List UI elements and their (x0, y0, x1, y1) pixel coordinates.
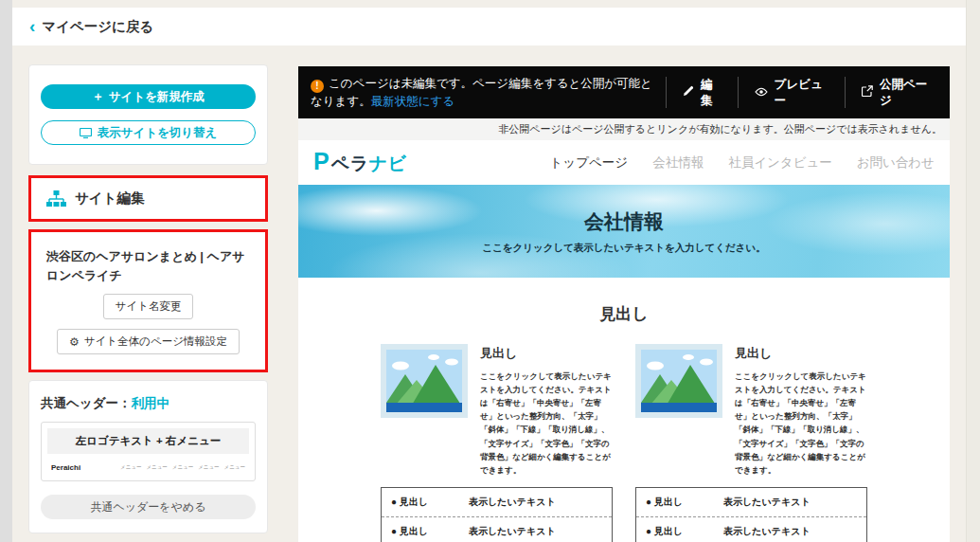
rename-site-button[interactable]: サイト名変更 (103, 294, 194, 319)
header-preview-logo: Peraichi (51, 463, 80, 472)
row-text: 表示したいテキスト (469, 496, 602, 509)
site-edit-highlight-box: サイト編集 (28, 175, 268, 222)
unedited-notice-bar: !このページは未編集です。ページ編集をすると公開が可能となります。最新状態にする… (298, 66, 950, 118)
section-heading: 見出し (298, 278, 950, 325)
site-name: 渋谷区のヘアサロンまとめ | ヘアサロンペライチ (46, 247, 250, 284)
column-paragraph: ここをクリックして表示したいテキストを入力してください。テキストは「右寄せ」「中… (480, 370, 613, 477)
column-heading: 見出し (480, 345, 613, 362)
menu-item: メニュー (120, 464, 141, 471)
row-label: ● 見出し (391, 525, 469, 538)
column-paragraph: ここをクリックして表示したいテキストを入力してください。テキストは「右寄せ」「中… (735, 370, 867, 477)
table-row: ● 見出し 表示したいテキスト (382, 488, 612, 516)
common-header-status: 利用中 (131, 396, 169, 410)
header-preview-box[interactable]: 左ロゴテキスト + 右メニュー Peraichi メニュー メニュー メニュー … (41, 422, 256, 481)
stop-common-header-button[interactable]: 共通ヘッダーをやめる (41, 495, 256, 519)
refresh-state-link[interactable]: 最新状態にする (371, 95, 454, 108)
row-text: 表示したいテキスト (723, 496, 857, 509)
column-table: ● 見出し 表示したいテキスト ● 見出し 表示したいテキスト ● 見出し 表示… (381, 487, 613, 542)
main-area: !このページは未編集です。ページ編集をすると公開が可能となります。最新状態にする… (298, 66, 950, 542)
left-gutter (0, 0, 12, 542)
column-heading: 見出し (735, 345, 867, 362)
header-preview-menus: メニュー メニュー メニュー メニュー メニュー (120, 464, 245, 471)
table-row: ● 見出し 表示したいテキスト (382, 516, 612, 542)
image-placeholder-icon (381, 344, 468, 418)
site-info-highlight-box: 渋谷区のヘアサロンまとめ | ヘアサロンペライチ サイト名変更 ⚙ サイト全体の… (28, 229, 268, 372)
gear-icon: ⚙ (69, 336, 80, 348)
hero-subtitle: ここをクリックして表示したいテキストを入力してください。 (298, 242, 950, 255)
sidebar: ＋ サイトを新規作成 表示サイトを切り替え サイト編集 渋谷区のヘアサロンまとめ… (28, 64, 268, 542)
switch-site-label: 表示サイトを切り替え (98, 125, 218, 141)
site-edit-section: サイト編集 (31, 178, 265, 219)
create-site-label: サイトを新規作成 (109, 89, 205, 105)
sitemap-icon (46, 190, 66, 208)
eye-icon (755, 86, 768, 99)
warning-icon: ! (311, 80, 324, 93)
menu-item: メニュー (146, 464, 167, 471)
create-site-button[interactable]: ＋ サイトを新規作成 (41, 84, 256, 109)
row-label: ● 見出し (391, 496, 469, 509)
row-text: 表示したいテキスト (723, 525, 857, 538)
switch-site-button[interactable]: 表示サイトを切り替え (41, 120, 256, 145)
public-page-label: 公開ページ (880, 77, 934, 109)
row-label: ● 見出し (646, 496, 723, 509)
two-column-block: 見出し ここをクリックして表示したいテキストを入力してください。テキストは「右寄… (298, 344, 950, 542)
notice-buttons: 編集 プレビュー 公開ページ (666, 66, 950, 118)
nav-item-contact[interactable]: お問い合わせ (857, 154, 935, 172)
back-to-mypage-link[interactable]: ‹ マイページに戻る (29, 18, 153, 36)
site-actions-card: ＋ サイトを新規作成 表示サイトを切り替え (28, 64, 268, 165)
pencil-icon (683, 85, 694, 99)
table-row: ● 見出し 表示したいテキスト (636, 488, 866, 516)
private-page-note: 非公開ページはページ公開するとリンクが有効になります。公開ページでは表示されませ… (298, 118, 950, 140)
site-preview-header: P ペラ ナビ トップページ 会社情報 社員インタビュー お問い合わせ (298, 140, 950, 185)
chevron-left-icon: ‹ (29, 17, 35, 35)
row-text: 表示したいテキスト (469, 525, 602, 538)
column-left: 見出し ここをクリックして表示したいテキストを入力してください。テキストは「右寄… (381, 344, 613, 542)
plus-icon: ＋ (92, 89, 104, 105)
site-info-section: 渋谷区のヘアサロンまとめ | ヘアサロンペライチ サイト名変更 ⚙ サイト全体の… (31, 232, 265, 370)
row-label: ● 見出し (646, 525, 723, 538)
peraichi-logo-icon: P (313, 150, 330, 173)
site-content: 見出し 見出し ここをクリックして表示したいテキストを入力してください。テキスト… (298, 278, 950, 542)
table-row: ● 見出し 表示したいテキスト (636, 516, 866, 542)
monitor-icon (80, 128, 92, 138)
header-preview-title: 左ロゴテキスト + 右メニュー (47, 428, 249, 454)
nav-item-company[interactable]: 会社情報 (652, 154, 704, 172)
common-header-card: 共通ヘッダー：利用中 左ロゴテキスト + 右メニュー Peraichi メニュー… (28, 380, 268, 533)
menu-item: メニュー (172, 464, 193, 471)
hero-section[interactable]: 会社情報 ここをクリックして表示したいテキストを入力してください。 (298, 185, 950, 278)
common-header-title: 共通ヘッダー： (41, 396, 131, 410)
column-table: ● 見出し 表示したいテキスト ● 見出し 表示したいテキスト ● 見出し 表示… (635, 487, 867, 542)
preview-button[interactable]: プレビュー (739, 66, 845, 118)
nav-item-top[interactable]: トップページ (550, 154, 629, 172)
notice-message: !このページは未編集です。ページ編集をすると公開が可能となります。最新状態にする (298, 66, 666, 118)
hero-title: 会社情報 (298, 185, 950, 235)
page-settings-button[interactable]: ⚙ サイト全体のページ情報設定 (57, 329, 240, 354)
right-gutter (966, 0, 980, 542)
site-edit-label: サイト編集 (75, 190, 145, 208)
notice-text: このページは未編集です。ページ編集をすると公開が可能となります。 (311, 77, 652, 108)
public-page-button[interactable]: 公開ページ (846, 66, 950, 118)
menu-item: メニュー (224, 464, 245, 471)
column-right: 見出し ここをクリックして表示したいテキストを入力してください。テキストは「右寄… (635, 344, 867, 542)
logo-text-dark: ペラ (331, 152, 369, 176)
back-label: マイページに戻る (42, 18, 153, 36)
page-settings-label: サイト全体のページ情報設定 (84, 334, 227, 349)
nav-item-interview[interactable]: 社員インタビュー (728, 154, 832, 172)
menu-item: メニュー (198, 464, 219, 471)
edit-button[interactable]: 編集 (667, 66, 738, 118)
site-nav: トップページ 会社情報 社員インタビュー お問い合わせ (550, 154, 935, 172)
logo-text-teal: ナビ (369, 152, 407, 176)
preview-label: プレビュー (775, 77, 829, 109)
edit-label: 編集 (701, 77, 722, 109)
top-bar: ‹ マイページに戻る (12, 8, 966, 45)
external-link-icon (862, 85, 873, 99)
site-logo[interactable]: P ペラ ナビ (313, 150, 406, 176)
image-placeholder-icon (635, 344, 722, 418)
